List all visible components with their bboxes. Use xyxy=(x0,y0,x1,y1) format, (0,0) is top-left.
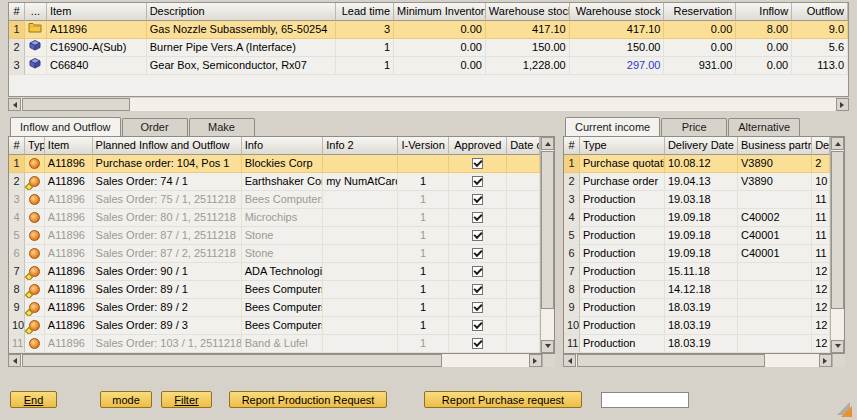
inflow-outflow-row[interactable]: 11A11896Sales Order: 103 / 1, 2511218Ban… xyxy=(9,335,540,353)
items-column-header[interactable]: Warehouse stock xyxy=(570,3,665,21)
current-income-column-header[interactable]: # xyxy=(564,137,580,155)
scrollbar-track[interactable] xyxy=(576,354,819,367)
inflow-outflow-row[interactable]: 1A11896Purchase order: 104, Pos 1Blockie… xyxy=(9,155,540,173)
left-tab-order[interactable]: Order xyxy=(122,118,188,136)
inflow-outflow-column-header[interactable]: Approved xyxy=(449,137,507,155)
current-income-column-header[interactable]: Type xyxy=(580,137,665,155)
scrollbar-thumb[interactable] xyxy=(22,354,442,367)
inflow-outflow-row[interactable]: 2A11896Sales Order: 74 / 1Earthshaker Co… xyxy=(9,173,540,191)
scroll-right-button[interactable] xyxy=(836,98,849,111)
inflow-outflow-column-header[interactable]: Info 2 xyxy=(323,137,398,155)
inflow-outflow-row[interactable]: 8A11896Sales Order: 89 / 1Bees Computers… xyxy=(9,281,540,299)
report-purchase-request-button[interactable]: Report Purchase request xyxy=(424,391,582,408)
inflow-outflow-column-header[interactable]: # xyxy=(9,137,25,155)
approved-checkbox[interactable] xyxy=(472,302,483,313)
inflow-outflow-column-header[interactable]: Item xyxy=(45,137,93,155)
items-table-row[interactable]: 3C66840Gear Box, Semiconductor, Rx0710.0… xyxy=(9,57,848,75)
report-production-request-button[interactable]: Report Production Request xyxy=(229,391,387,408)
scroll-right-button[interactable] xyxy=(529,354,542,367)
current-income-column-header[interactable]: Delivery Date xyxy=(665,137,738,155)
inflow-outflow-row[interactable]: 7A11896Sales Order: 90 / 1ADA Technologi… xyxy=(9,263,540,281)
filter-button[interactable]: Filter xyxy=(161,391,212,408)
inflow-outflow-row[interactable]: 10A11896Sales Order: 89 / 3Bees Computer… xyxy=(9,317,540,335)
items-column-header[interactable]: Minimum Inventory xyxy=(394,3,486,21)
current-income-hscrollbar[interactable] xyxy=(563,354,832,367)
right-tab-price[interactable]: Price xyxy=(661,118,727,136)
approved-checkbox[interactable] xyxy=(472,248,483,259)
inflow-outflow-column-header[interactable]: I-Version xyxy=(398,137,450,155)
scrollbar-track[interactable] xyxy=(21,354,529,367)
approved-checkbox[interactable] xyxy=(472,176,483,187)
current-income-row[interactable]: 7Production15.11.1812 xyxy=(564,263,830,281)
scroll-down-button[interactable] xyxy=(541,340,554,353)
approved-checkbox[interactable] xyxy=(472,284,483,295)
approved-checkbox[interactable] xyxy=(472,266,483,277)
items-column-header[interactable]: Reservation xyxy=(664,3,736,21)
mode-button[interactable]: mode xyxy=(100,391,152,408)
current-income-column-header[interactable]: De xyxy=(812,137,830,155)
current-income-row[interactable]: 3Production19.03.1811 xyxy=(564,191,830,209)
items-table-row[interactable]: 1A11896Gas Nozzle Subassembly, 65-502543… xyxy=(9,21,848,39)
inflow-outflow-column-header[interactable]: Date of or xyxy=(507,137,540,155)
current-income-row[interactable]: 11Production18.03.1912 xyxy=(564,335,830,353)
right-tab-alternative[interactable]: Alternative xyxy=(728,118,800,136)
resize-grip-icon[interactable] xyxy=(837,402,852,417)
inflow-outflow-row[interactable]: 4A11896Sales Order: 80 / 1, 2511218Micro… xyxy=(9,209,540,227)
left-tab-inflow-and-outflow[interactable]: Inflow and Outflow xyxy=(10,117,121,136)
items-column-header[interactable]: Description xyxy=(147,3,337,21)
scroll-up-button[interactable] xyxy=(541,137,554,150)
inflow-outflow-row[interactable]: 3A11896Sales Order: 75 / 1, 2511218Bees … xyxy=(9,191,540,209)
scroll-down-button[interactable] xyxy=(831,340,844,353)
items-column-header[interactable]: Inflow xyxy=(736,3,792,21)
inflow-outflow-column-header[interactable]: Info xyxy=(242,137,324,155)
scroll-up-button[interactable] xyxy=(831,137,844,150)
left-tab-make[interactable]: Make xyxy=(189,118,255,136)
current-income-row[interactable]: 1Purchase quotation10.08.12V38902 xyxy=(564,155,830,173)
approved-checkbox[interactable] xyxy=(472,338,483,349)
approved-checkbox[interactable] xyxy=(472,320,483,331)
current-income-row[interactable]: 8Production14.12.1812 xyxy=(564,281,830,299)
scrollbar-track[interactable] xyxy=(21,98,836,111)
items-column-header[interactable]: Lead time xyxy=(336,3,394,21)
inflow-outflow-row[interactable]: 5A11896Sales Order: 87 / 1, 2511218Stone… xyxy=(9,227,540,245)
current-income-row[interactable]: 9Production18.03.1912 xyxy=(564,299,830,317)
approved-checkbox[interactable] xyxy=(472,230,483,241)
end-button[interactable]: End xyxy=(10,391,57,408)
scroll-left-button[interactable] xyxy=(8,354,21,367)
scroll-left-button[interactable] xyxy=(8,98,21,111)
approved-checkbox[interactable] xyxy=(472,194,483,205)
items-column-header[interactable]: # xyxy=(9,3,25,21)
current-income-row[interactable]: 5Production19.09.18C4000111 xyxy=(564,227,830,245)
current-income-row[interactable]: 4Production19.09.18C4000211 xyxy=(564,209,830,227)
current-income-row[interactable]: 2Purchase order19.04.13V389010 xyxy=(564,173,830,191)
approved-checkbox[interactable] xyxy=(472,158,483,169)
items-column-header[interactable]: Warehouse stock xyxy=(486,3,570,21)
inflow-outflow-hscrollbar[interactable] xyxy=(8,354,542,367)
scrollbar-thumb[interactable] xyxy=(577,354,765,367)
scrollbar-track[interactable] xyxy=(541,150,554,340)
scrollbar-thumb[interactable] xyxy=(22,98,130,111)
scroll-left-button[interactable] xyxy=(563,354,576,367)
current-income-vscrollbar[interactable] xyxy=(830,137,844,353)
right-tab-current-income[interactable]: Current income xyxy=(565,117,660,136)
current-income-row[interactable]: 6Production19.09.18C4000111 xyxy=(564,245,830,263)
items-column-header[interactable]: Item xyxy=(47,3,147,21)
inflow-outflow-row[interactable]: 9A11896Sales Order: 89 / 2Bees Computers… xyxy=(9,299,540,317)
inflow-outflow-column-header[interactable]: Typ xyxy=(25,137,45,155)
items-column-header[interactable]: ... xyxy=(25,3,47,21)
items-column-header[interactable]: Outflow xyxy=(792,3,848,21)
footer-input[interactable] xyxy=(601,392,689,408)
items-table-hscrollbar[interactable] xyxy=(8,98,849,111)
warehouse-stock-link[interactable]: 297.00 xyxy=(570,57,665,75)
scrollbar-track[interactable] xyxy=(831,150,844,340)
inflow-outflow-row[interactable]: 6A11896Sales Order: 87 / 2, 2511218Stone… xyxy=(9,245,540,263)
inflow-outflow-vscrollbar[interactable] xyxy=(540,137,554,353)
inflow-outflow-column-header[interactable]: Planned Inflow and Outflow xyxy=(93,137,242,155)
scroll-right-button[interactable] xyxy=(819,354,832,367)
scrollbar-thumb[interactable] xyxy=(831,151,844,309)
scrollbar-thumb[interactable] xyxy=(541,151,554,309)
current-income-column-header[interactable]: Business partner xyxy=(738,137,812,155)
approved-checkbox[interactable] xyxy=(472,212,483,223)
current-income-row[interactable]: 10Production18.03.1912 xyxy=(564,317,830,335)
items-table-row[interactable]: 2C16900-A(Sub)Burner Pipe Vers.A (Interf… xyxy=(9,39,848,57)
